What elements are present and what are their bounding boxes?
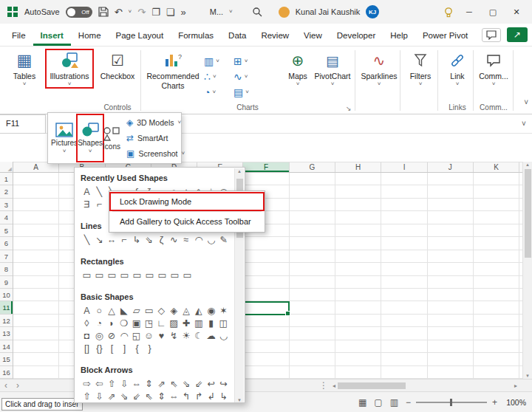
shape-option[interactable]: ✶ — [217, 304, 230, 317]
row-header[interactable]: 10 — [0, 289, 13, 301]
shape-option[interactable]: ❍ — [117, 317, 130, 329]
row-header[interactable]: 11 — [0, 301, 13, 314]
shape-option[interactable]: ▥ — [192, 317, 205, 329]
shape-option[interactable]: ⇧ — [106, 377, 118, 390]
pictures-button[interactable]: Pictures ˅ — [51, 115, 78, 161]
shape-option[interactable]: ⇖ — [168, 377, 180, 390]
shape-option[interactable]: ○ — [93, 304, 106, 317]
shape-option[interactable]: ↲ — [205, 390, 217, 402]
shape-option[interactable]: △ — [106, 304, 118, 317]
zoom-level[interactable]: 100% — [502, 398, 526, 407]
lightbulb-icon[interactable] — [443, 7, 454, 18]
row-header[interactable]: 12 — [0, 315, 13, 327]
select-all-corner[interactable]: ◢ — [0, 162, 13, 173]
ribbon-tab[interactable]: Insert — [33, 26, 71, 46]
account-badge-icon[interactable] — [279, 7, 290, 18]
vertical-scroll-thumb[interactable] — [525, 169, 531, 258]
illustrations-menu-item[interactable]: ⇄ SmartArt — [123, 131, 188, 146]
shape-option[interactable]: {} — [93, 342, 106, 354]
row-header[interactable]: 14 — [0, 340, 13, 353]
ribbon-tab[interactable]: Page Layout — [109, 26, 171, 46]
user-name[interactable]: Kunal Jai Kaushik — [296, 7, 360, 16]
shape-option[interactable]: ◭ — [192, 304, 205, 317]
menu-item-lock-drawing-mode[interactable]: Lock Drawing Mode — [111, 193, 263, 210]
name-box[interactable]: F11 — [0, 114, 46, 134]
row-header[interactable]: 13 — [0, 327, 13, 340]
vertical-scrollbar[interactable]: ▴ ▾ — [522, 162, 532, 379]
tab-splitter-icon[interactable]: ⋮ — [318, 380, 330, 391]
comments-button[interactable] — [482, 28, 501, 42]
shape-option[interactable]: ◬ — [180, 304, 193, 317]
undo-icon[interactable]: ↶ — [115, 7, 123, 17]
column-header[interactable]: K — [474, 162, 519, 172]
shape-option[interactable]: ▭ — [143, 269, 156, 281]
shape-option[interactable]: ∟ — [155, 317, 168, 329]
shape-option[interactable]: ♥ — [155, 329, 168, 342]
shape-option[interactable]: ▨ — [168, 317, 180, 329]
view-shortcut-icon[interactable]: ▦ — [356, 396, 369, 408]
charts-dialog-launcher-icon[interactable]: ↘ — [346, 105, 352, 112]
shape-option[interactable]: ◠ — [117, 329, 130, 342]
minimize-button[interactable]: ─ — [461, 7, 477, 16]
paste-icon[interactable]: ❏ — [166, 7, 175, 17]
scroll-left-icon[interactable]: ◂ — [332, 382, 335, 389]
shape-option[interactable]: ▭ — [81, 269, 93, 281]
shape-option[interactable]: ⇗ — [155, 377, 168, 390]
row-header[interactable]: 5 — [0, 224, 13, 237]
column-header[interactable]: H — [335, 162, 381, 172]
shape-option[interactable]: ▭ — [93, 269, 106, 281]
row-header[interactable]: 16 — [0, 366, 13, 379]
comment-button[interactable]: Comm... ˅ — [477, 50, 511, 87]
shape-option[interactable]: ╲ — [93, 185, 106, 198]
row-header[interactable]: 9 — [0, 276, 13, 289]
illustrations-button[interactable]: Illustrations ˅ — [47, 50, 92, 87]
shape-option[interactable]: ▭ — [168, 269, 181, 281]
shape-option[interactable]: ≈ — [180, 233, 193, 246]
row-header[interactable]: 1 — [0, 173, 13, 185]
shape-option[interactable]: ↰ — [180, 390, 193, 402]
shape-option[interactable]: A — [81, 304, 93, 317]
save-icon[interactable] — [98, 7, 109, 17]
shape-option[interactable]: ∿ — [168, 233, 180, 246]
ribbon-tab[interactable]: Data — [221, 26, 253, 46]
avatar[interactable]: KJ — [366, 5, 379, 18]
shape-option[interactable]: ◡ — [205, 233, 217, 246]
shape-option[interactable]: ▭ — [156, 269, 168, 281]
scroll-down-icon[interactable]: ▾ — [238, 397, 241, 403]
shape-option[interactable]: ] — [118, 342, 131, 354]
shape-option[interactable]: ▭ — [181, 269, 194, 281]
zoom-slider-thumb[interactable] — [450, 399, 452, 406]
column-header[interactable]: I — [381, 162, 427, 172]
shape-option[interactable]: ↳ — [217, 390, 230, 402]
shape-option[interactable]: ╲ — [81, 233, 93, 246]
shape-option[interactable]: ↱ — [192, 390, 205, 402]
tables-button[interactable]: ▦ Tables ˅ — [7, 50, 41, 87]
shape-option[interactable]: ▭ — [118, 269, 131, 281]
shape-option[interactable]: ▱ — [130, 304, 143, 317]
shape-option[interactable]: ◫ — [217, 317, 230, 329]
shape-option[interactable]: ⇗ — [106, 390, 118, 402]
shape-option[interactable]: ⇦ — [93, 377, 106, 390]
horizontal-scroll-thumb[interactable] — [338, 382, 406, 389]
shape-option[interactable]: ◳ — [143, 317, 155, 329]
shape-option[interactable]: ✚ — [180, 317, 193, 329]
illustrations-menu-item[interactable]: ◈ 3D Models ˅ — [123, 115, 188, 131]
shape-option[interactable]: ⊘ — [106, 329, 118, 342]
chart-type-button[interactable]: ∿ ˅ — [233, 69, 263, 84]
ribbon-tab[interactable]: Home — [71, 26, 109, 46]
close-button[interactable]: ✕ — [508, 7, 525, 17]
shape-option[interactable]: ◣ — [117, 304, 130, 317]
shapes-button[interactable]: Shapes ˅ — [78, 115, 103, 161]
row-header[interactable]: 4 — [0, 211, 13, 224]
sparklines-button[interactable]: ∿ Sparklines ˅ — [359, 50, 399, 87]
shape-option[interactable]: ◉ — [205, 304, 217, 317]
chart-type-button[interactable]: ◔ ˅ — [204, 84, 233, 100]
shape-option[interactable]: ζ — [155, 233, 168, 246]
shape-option[interactable]: ✎ — [217, 233, 230, 246]
shape-option[interactable]: A — [81, 185, 93, 198]
shape-option[interactable]: ▭ — [106, 269, 118, 281]
title-dropdown-icon[interactable]: ˅ — [229, 9, 233, 15]
column-header[interactable]: F — [243, 162, 289, 172]
maps-button[interactable]: ⊕ Maps ˅ — [283, 50, 313, 87]
column-header[interactable]: G — [290, 162, 335, 172]
